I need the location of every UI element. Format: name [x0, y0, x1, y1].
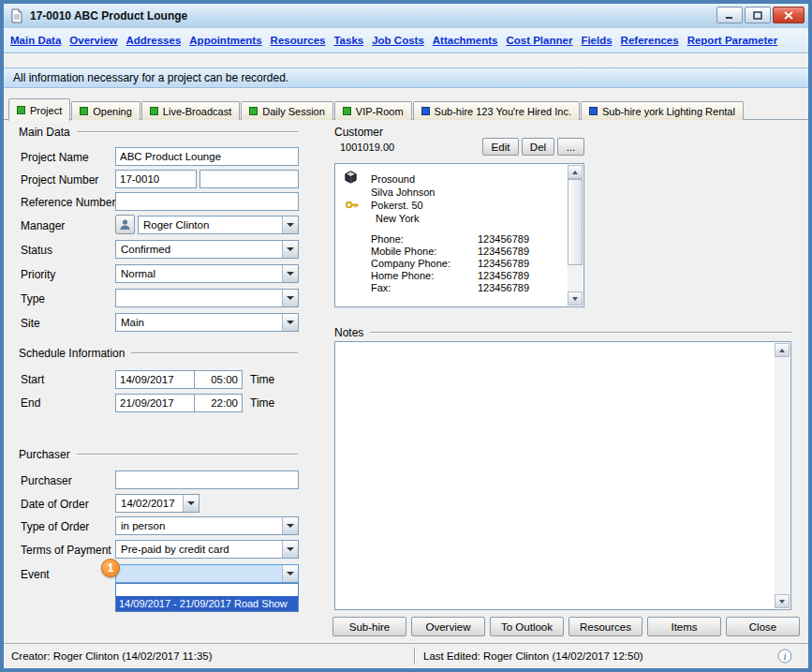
mobile-phone-value: 123456789 [478, 246, 529, 257]
creator-text: Creator: Roger Clinton (14/02/2017 11:35… [11, 644, 213, 668]
start-date-field[interactable]: 14/09/2017 [115, 370, 195, 389]
type-of-order-select[interactable]: in person [115, 516, 299, 535]
tab-project[interactable]: Project [8, 98, 70, 121]
project-number-input[interactable] [115, 170, 197, 188]
menu-fields[interactable]: Fields [581, 35, 612, 46]
svg-text:i: i [783, 650, 786, 662]
event-select[interactable] [115, 564, 299, 583]
tab-subhire-123[interactable]: Sub-hire 123 You're Hired Inc. [413, 101, 580, 120]
tab-subhire-york[interactable]: Sub-hire york Lighting Rental [581, 101, 744, 120]
customer-contact: Silva Johnson [371, 187, 436, 198]
dropdown-arrow-icon [282, 565, 298, 582]
type-select[interactable] [115, 289, 299, 307]
customer-edit-button[interactable]: Edit [482, 138, 519, 156]
start-time-field[interactable]: 05:00 [194, 370, 243, 389]
customer-scrollbar[interactable] [568, 165, 583, 306]
date-of-order-select[interactable]: 14/02/2017 [115, 494, 199, 513]
date-of-order-value: 14/02/2017 [121, 498, 181, 509]
customer-more-button[interactable]: ... [557, 138, 584, 156]
main-data-group-header: Main Data [19, 126, 298, 139]
tab-daily-session[interactable]: Daily Session [241, 101, 333, 120]
mobile-phone-label: Mobile Phone: [371, 246, 436, 257]
site-select[interactable]: Main [115, 313, 299, 332]
tab-label: Sub-hire 123 You're Hired Inc. [435, 106, 571, 117]
menu-main-data[interactable]: Main Data [10, 35, 61, 46]
end-time-label: Time [250, 396, 274, 410]
tab-label: Opening [93, 106, 132, 117]
dropdown-arrow-icon [183, 495, 199, 512]
menu-cost-planner[interactable]: Cost Planner [506, 35, 572, 46]
menu-appointments[interactable]: Appointments [189, 35, 261, 46]
tab-label: VIP-Room [356, 106, 404, 117]
menu-report-parameter[interactable]: Report Parameter [687, 35, 778, 46]
vip-room-tab-icon [343, 107, 351, 115]
subhire-york-tab-icon [589, 107, 598, 115]
tab-opening[interactable]: Opening [71, 101, 140, 120]
title-bar: 17-0010 ABC Product Lounge [4, 4, 808, 28]
manager-label: Manager [21, 219, 65, 232]
menu-resources[interactable]: Resources [271, 35, 326, 46]
items-button[interactable]: Items [647, 617, 721, 636]
menu-attachments[interactable]: Attachments [433, 35, 498, 46]
status-value: Confirmed [121, 244, 280, 255]
group-title: Schedule Information [19, 347, 125, 360]
maximize-button[interactable] [745, 7, 771, 23]
priority-value: Normal [121, 268, 280, 279]
start-label: Start [21, 373, 44, 386]
scroll-down-button[interactable] [568, 291, 583, 306]
customer-info-box[interactable]: Prosound Silva Johnson Pokerst. 50 New Y… [334, 163, 584, 307]
info-icon[interactable]: i [777, 649, 792, 664]
purchaser-group-header: Purchaser [19, 448, 298, 461]
dropdown-arrow-icon [282, 241, 298, 258]
customer-del-button[interactable]: Del [522, 138, 554, 156]
event-option-empty[interactable] [116, 584, 298, 596]
customer-account-number: 1001019.00 [340, 142, 394, 153]
menu-references[interactable]: References [621, 35, 679, 46]
project-name-input[interactable] [115, 147, 299, 166]
status-label: Status [21, 244, 52, 257]
menu-job-costs[interactable]: Job Costs [372, 35, 424, 46]
separator-line [77, 131, 298, 133]
priority-label: Priority [21, 268, 55, 281]
fax-label: Fax: [371, 282, 391, 293]
dropdown-arrow-icon [282, 290, 298, 306]
manager-select[interactable]: Roger Clinton [138, 216, 299, 234]
scroll-down-button[interactable] [775, 594, 790, 608]
end-time-field[interactable]: 22:00 [194, 394, 243, 412]
scroll-down-icon [779, 600, 785, 604]
document-icon [9, 8, 24, 23]
status-select[interactable]: Confirmed [115, 240, 299, 259]
scroll-up-button[interactable] [568, 165, 583, 179]
tab-live-broadcast[interactable]: Live-Broadcast [141, 101, 240, 120]
close-dialog-button[interactable]: Close [726, 617, 800, 636]
tab-strip: Project Opening Live-Broadcast Daily Ses… [8, 97, 745, 120]
menu-overview[interactable]: Overview [69, 35, 117, 46]
minimize-button[interactable] [716, 7, 743, 23]
terms-of-payment-select[interactable]: Pre-paid by credit card [115, 540, 299, 559]
project-number-suffix-input[interactable] [199, 170, 299, 188]
event-option-road-show[interactable]: 14/09/2017 - 21/09/2017 Road Show [116, 596, 298, 611]
reference-number-label: Reference Number [21, 196, 115, 209]
badge-number: 1 [108, 561, 114, 575]
overview-button[interactable]: Overview [411, 617, 485, 636]
resources-button[interactable]: Resources [568, 617, 642, 636]
menu-tasks[interactable]: Tasks [333, 35, 363, 46]
notes-textarea[interactable] [334, 341, 791, 610]
manager-lookup-button[interactable] [115, 215, 135, 234]
to-outlook-button[interactable]: To Outlook [490, 617, 564, 636]
scroll-up-button[interactable] [775, 343, 790, 357]
priority-select[interactable]: Normal [115, 264, 299, 283]
notes-scrollbar[interactable] [775, 343, 790, 608]
end-date-field[interactable]: 21/09/2017 [115, 394, 195, 412]
scrollbar-thumb[interactable] [568, 179, 583, 265]
tab-vip-room[interactable]: VIP-Room [334, 101, 412, 120]
reference-number-input[interactable] [115, 192, 299, 211]
purchaser-input[interactable] [115, 470, 299, 489]
close-button[interactable] [773, 7, 805, 23]
separator-line [4, 52, 808, 54]
tab-label: Sub-hire york Lighting Rental [602, 106, 735, 117]
subhire-button[interactable]: Sub-hire [332, 617, 406, 636]
terms-of-payment-label: Terms of Payment [21, 544, 111, 557]
menu-addresses[interactable]: Addresses [125, 35, 181, 46]
home-phone-label: Home Phone: [371, 270, 434, 281]
